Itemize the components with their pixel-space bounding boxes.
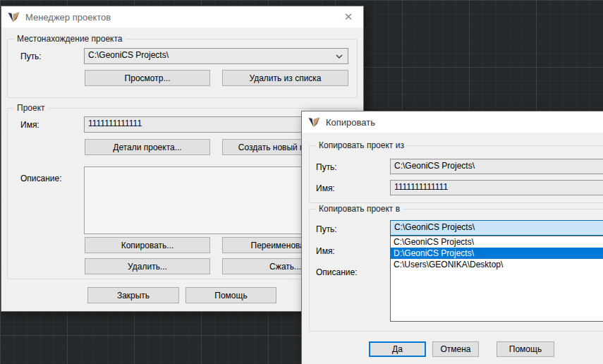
yes-button-label: Да — [392, 344, 403, 354]
copy-help-button[interactable]: Помощь — [497, 341, 554, 357]
to-path-combobox-value: C:\GeoniCS Projects\ — [394, 222, 475, 232]
compress-button-label: Сжать... — [269, 262, 301, 272]
to-path-label: Путь: — [316, 224, 337, 234]
dialog-title: Менеджер проектов — [25, 12, 111, 23]
to-description-label: Описание: — [316, 267, 358, 277]
path-dropdown-list: C:\GeoniCS Projects\ D:\GeoniCS Projects… — [390, 236, 603, 322]
description-label: Описание: — [20, 174, 62, 183]
copy-button-label: Копировать... — [121, 241, 174, 250]
remove-from-list-button[interactable]: Удалить из списка — [222, 70, 348, 86]
dropdown-option-selected[interactable]: D:\GeoniCS Projects\ — [391, 248, 603, 259]
project-name-value: 1111111111111 — [88, 119, 142, 128]
from-path-value: C:\GeoniCS Projects\ — [394, 161, 475, 171]
dropdown-option[interactable]: C:\Users\GEONIKA\Desktop\ — [391, 259, 603, 270]
yes-button[interactable]: Да — [369, 341, 426, 357]
project-details-button[interactable]: Детали проекта... — [85, 139, 210, 155]
from-name-field[interactable]: 1111111111111 — [390, 180, 603, 195]
location-group-label: Местонахождение проекта — [14, 34, 126, 44]
copy-project-dialog: Копировать Копировать проект из Путь: C:… — [301, 111, 603, 364]
browse-button[interactable]: Просмотр... — [85, 70, 210, 86]
path-label: Путь: — [20, 51, 42, 61]
geonics-logo-icon — [8, 12, 20, 23]
project-group-label: Проект — [14, 103, 48, 113]
to-name-label: Имя: — [316, 246, 335, 256]
copy-help-button-label: Помощь — [509, 344, 542, 354]
copy-project-button[interactable]: Копировать... — [85, 237, 210, 253]
close-dialog-button-label: Закрыть — [117, 291, 150, 301]
dropdown-option[interactable]: C:\GeoniCS Projects\ — [391, 236, 603, 248]
copy-from-group-label: Копировать проект из — [316, 140, 407, 150]
remove-button-label: Удалить из списка — [249, 73, 321, 83]
delete-project-button[interactable]: Удалить... — [85, 258, 210, 274]
close-icon[interactable]: ✕ — [334, 6, 363, 28]
from-path-field[interactable]: C:\GeoniCS Projects\ — [390, 159, 603, 174]
chevron-down-icon — [336, 54, 343, 59]
from-name-value: 1111111111111 — [394, 182, 448, 192]
copy-dialog-titlebar: Копировать — [302, 111, 603, 133]
browse-button-label: Просмотр... — [125, 73, 171, 83]
autocad-workspace-background: Менеджер проектов ✕ Местонахождение прое… — [0, 0, 603, 364]
copy-to-group-label: Копировать проект в — [316, 204, 403, 214]
delete-button-label: Удалить... — [128, 262, 167, 272]
help-button[interactable]: Помощь — [185, 287, 276, 303]
from-name-label: Имя: — [316, 183, 335, 193]
help-button-label: Помощь — [214, 291, 247, 301]
path-combobox-value: C:\GeoniCS Projects\ — [88, 50, 169, 60]
close-dialog-button[interactable]: Закрыть — [87, 287, 179, 303]
dialog-title: Копировать — [326, 117, 375, 128]
cancel-button-label: Отмена — [440, 344, 470, 354]
details-button-label: Детали проекта... — [113, 142, 181, 152]
geonics-logo-icon — [308, 117, 320, 128]
path-combobox[interactable]: C:\GeoniCS Projects\ — [84, 48, 348, 64]
project-manager-titlebar: Менеджер проектов ✕ — [1, 6, 363, 28]
name-label: Имя: — [20, 120, 39, 130]
cancel-button[interactable]: Отмена — [432, 341, 479, 357]
from-path-label: Путь: — [316, 162, 337, 172]
to-path-combobox[interactable]: C:\GeoniCS Projects\ — [390, 220, 603, 236]
